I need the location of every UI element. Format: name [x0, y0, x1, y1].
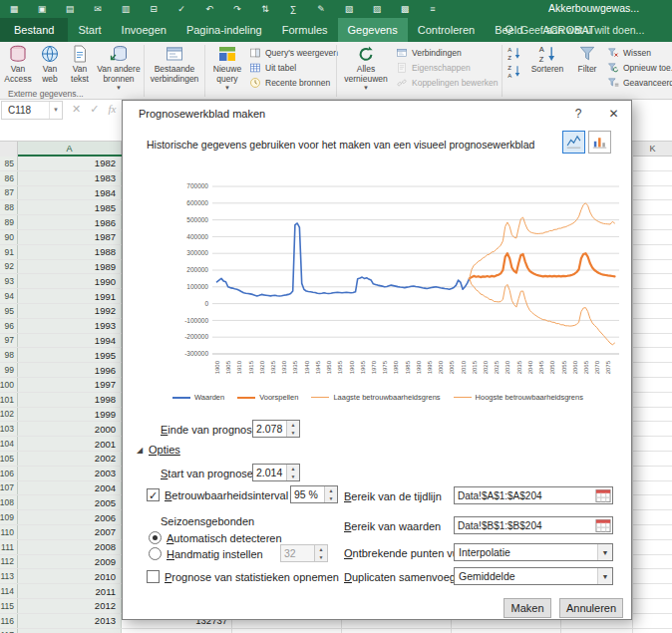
row-header-103[interactable]: 103	[0, 422, 18, 436]
confirm-entry-icon[interactable]: ✓	[90, 103, 99, 116]
forecast-end-value[interactable]: 2.078	[253, 421, 286, 437]
aggregate-duplicates-dropdown[interactable]: Gemiddelde ▼	[454, 567, 613, 585]
row-header-111[interactable]: 111	[0, 540, 18, 554]
spinner-up-icon[interactable]: ▲	[325, 486, 337, 494]
spinner-down-icon[interactable]: ▼	[325, 494, 337, 502]
row-header-106[interactable]: 106	[0, 467, 18, 480]
undo-icon[interactable]: ↶	[195, 0, 223, 18]
tab-controleren[interactable]: Controleren	[408, 18, 485, 42]
column-header-k[interactable]: K	[632, 142, 672, 157]
row-header-109[interactable]: 109	[0, 510, 18, 524]
print-icon[interactable]: ▥	[112, 0, 140, 18]
cell-A88[interactable]: 1985	[18, 200, 122, 214]
values-range-input[interactable]: Data!$B$1:$B$204	[455, 520, 595, 531]
row-header-94[interactable]: 94	[0, 289, 18, 303]
cell-A90[interactable]: 1987	[18, 230, 122, 244]
cell-A87[interactable]: 1984	[18, 186, 122, 200]
options-expander-icon[interactable]: ◢	[137, 446, 143, 455]
manual-set-radio[interactable]	[149, 547, 162, 560]
row-header-104[interactable]: 104	[0, 437, 18, 451]
timeline-range-input[interactable]: Data!$A$1:$A$204	[455, 490, 595, 501]
cancel-entry-icon[interactable]: ✕	[72, 103, 81, 116]
sort-descending-button[interactable]: ZA	[505, 64, 523, 79]
excel-grid-icon[interactable]: ▦	[0, 0, 28, 18]
cell-A99[interactable]: 1996	[18, 363, 122, 377]
name-box[interactable]: C118 ▼	[1, 101, 63, 120]
from-access-button[interactable]: Van Access	[1, 44, 35, 90]
recent-sources-button[interactable]: Recente bronnen	[249, 75, 335, 90]
row-header-113[interactable]: 113	[0, 569, 18, 583]
new-workbook-icon[interactable]: ▤	[56, 0, 84, 18]
cell-A105[interactable]: 2002	[18, 452, 122, 466]
cell-A95[interactable]: 1992	[18, 304, 122, 318]
row-header-112[interactable]: 112	[0, 555, 18, 569]
row-header-90[interactable]: 90	[0, 230, 18, 244]
row-header-91[interactable]: 91	[0, 245, 18, 259]
row-header-110[interactable]: 110	[0, 525, 18, 539]
cell-A92[interactable]: 1989	[18, 260, 122, 274]
confidence-interval-checkbox[interactable]: ✓	[147, 488, 160, 501]
cell-A89[interactable]: 1986	[18, 215, 122, 229]
cell-A106[interactable]: 2003	[18, 467, 122, 480]
cell-A108[interactable]: 2005	[18, 495, 122, 509]
range-selector-icon[interactable]	[595, 519, 611, 532]
cell-A96[interactable]: 1993	[18, 319, 122, 333]
spinner-down-icon[interactable]: ▼	[287, 473, 299, 480]
reapply-filter-button[interactable]: Opnieuw toe...	[607, 60, 671, 75]
row-header-100[interactable]: 100	[0, 378, 18, 392]
spinner-up-icon[interactable]: ▲	[287, 421, 299, 429]
include-statistics-checkbox[interactable]	[147, 570, 160, 583]
confidence-value[interactable]: 95 %	[291, 486, 324, 502]
cell-A85[interactable]: 1982	[18, 157, 122, 170]
redo-icon[interactable]: ↷	[223, 0, 251, 18]
edit-icon[interactable]: ✎	[307, 0, 335, 18]
row-header-93[interactable]: 93	[0, 274, 18, 288]
row-header-87[interactable]: 87	[0, 186, 18, 200]
table-icon[interactable]: ▩	[391, 0, 419, 18]
row-header-107[interactable]: 107	[0, 481, 18, 495]
sort-ascending-button[interactable]: AZ	[505, 46, 523, 61]
row-header-85[interactable]: 85	[0, 157, 18, 170]
cell-A109[interactable]: 2006	[18, 510, 122, 524]
row-header-116[interactable]: 116	[0, 614, 18, 628]
tab-pagina-indeling[interactable]: Pagina-indeling	[176, 18, 272, 42]
row-header-89[interactable]: 89	[0, 215, 18, 229]
cancel-button[interactable]: Annuleren	[559, 598, 623, 618]
cell-A93[interactable]: 1990	[18, 274, 122, 288]
cell-A117[interactable]	[18, 629, 122, 633]
tab-gegevens[interactable]: Gegevens	[338, 18, 408, 42]
filter-button[interactable]: Filter	[570, 44, 604, 90]
from-other-sources-button[interactable]: Van andere bronnen ▼	[95, 44, 143, 90]
line-chart-type-button[interactable]	[562, 131, 585, 154]
fill-icon[interactable]: ▧	[335, 0, 363, 18]
existing-connections-button[interactable]: Bestaande verbindingen	[147, 44, 202, 90]
row-header-95[interactable]: 95	[0, 304, 18, 318]
sort-icon[interactable]: ⇅	[251, 0, 279, 18]
cell-A113[interactable]: 2010	[18, 569, 122, 583]
refresh-all-button[interactable]: Alles vernieuwen ▼	[339, 44, 393, 90]
row-header-96[interactable]: 96	[0, 319, 18, 333]
spinner-up-icon[interactable]: ▲	[287, 465, 299, 473]
cell-A114[interactable]: 2011	[18, 584, 122, 598]
range-selector-icon[interactable]	[595, 489, 611, 502]
from-table-button[interactable]: Uit tabel	[249, 60, 335, 75]
close-button[interactable]: ✕	[597, 101, 630, 127]
new-query-button[interactable]: Nieuwe query ▼	[207, 44, 247, 90]
advanced-filter-button[interactable]: Geavanceerd	[607, 75, 671, 90]
cell-A112[interactable]: 2009	[18, 555, 122, 569]
cell-A91[interactable]: 1988	[18, 245, 122, 259]
row-header-86[interactable]: 86	[0, 171, 18, 185]
auto-detect-radio[interactable]	[149, 531, 162, 544]
tab-start[interactable]: Start	[68, 18, 111, 42]
row-header-98[interactable]: 98	[0, 348, 18, 362]
save-icon[interactable]: ▣	[28, 0, 56, 18]
print-preview-icon[interactable]: ⊟	[140, 0, 168, 18]
clear-filter-button[interactable]: Wissen	[607, 45, 671, 60]
cell-A115[interactable]: 2012	[18, 599, 122, 613]
show-queries-button[interactable]: Query's weergeven	[249, 45, 335, 60]
cell-A101[interactable]: 1998	[18, 393, 122, 407]
cell-A104[interactable]: 2001	[18, 437, 122, 451]
row-header-92[interactable]: 92	[0, 260, 18, 274]
cell-A98[interactable]: 1995	[18, 348, 122, 362]
select-all-corner[interactable]	[0, 142, 18, 157]
